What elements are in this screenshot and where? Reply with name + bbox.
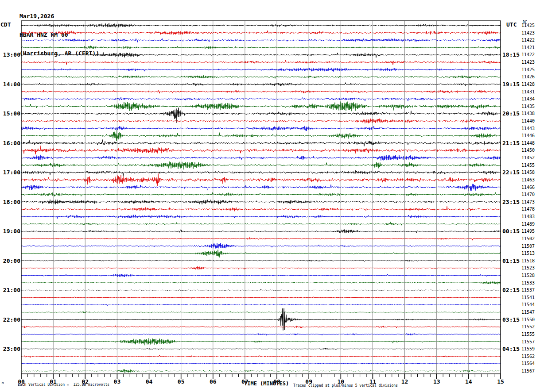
seismic-trace-row-18 (21, 146, 501, 154)
seismic-trace-row-44 (21, 338, 501, 346)
seismic-trace-row-1 (21, 23, 501, 27)
seismic-trace-row-39 (21, 304, 501, 306)
dc-offset-value: 11564 (521, 361, 535, 366)
utc-time-label: 03:15 (502, 316, 520, 323)
dc-offset-value: 11431 (521, 89, 535, 94)
seismic-trace-row-42 (21, 326, 501, 328)
seismic-trace-row-32 (21, 250, 501, 257)
seismic-trace-row-17 (21, 139, 501, 146)
dc-offset-value: 11425 (521, 23, 535, 28)
dc-offset-value: 11483 (521, 214, 535, 219)
seismic-trace-row-25 (21, 200, 501, 204)
dc-offset-value: 11541 (521, 295, 535, 300)
seismic-trace-row-35 (21, 274, 501, 277)
seismic-trace-row-34 (21, 266, 501, 269)
cdt-time-label: 16:00 (3, 140, 20, 146)
seismic-trace-row-33 (21, 260, 501, 261)
dc-offset-value: 11458 (521, 170, 535, 175)
x-tick-label: 15 (497, 378, 504, 385)
dc-offset-value: 11463 (521, 177, 535, 182)
cdt-time-label: 13:00 (3, 51, 20, 58)
dc-offset-value: 11502 (521, 236, 535, 241)
seismic-trace-row-38 (21, 297, 501, 299)
seismic-trace-row-14 (21, 119, 501, 123)
utc-time-label: 04:15 (502, 346, 520, 352)
seismic-trace-row-30 (21, 237, 501, 240)
dc-offset-value: 11438 (521, 111, 535, 116)
cdt-time-label: 14:00 (3, 81, 20, 88)
utc-time-label: 22:15 (502, 169, 520, 176)
seismic-trace-row-46 (21, 355, 501, 358)
dc-offset-value: 11557 (521, 339, 535, 344)
seismic-trace-row-19 (21, 155, 501, 161)
utc-time-label: 02:15 (502, 287, 520, 293)
seismic-trace-row-36 (21, 281, 501, 284)
seismic-trace-row-11 (21, 97, 501, 101)
seismic-trace-row-9 (21, 83, 501, 86)
seismic-trace-row-26 (21, 206, 501, 211)
utc-time-label: 20:15 (502, 110, 520, 117)
utc-time-label: 19:15 (502, 81, 520, 88)
dc-offset-value: 11421 (521, 45, 535, 50)
utc-time-label: 18:15 (502, 51, 520, 58)
seismic-trace-row-23 (21, 184, 501, 192)
x-tick-label: 12 (401, 378, 408, 385)
seismic-trace-row-3 (21, 38, 501, 42)
x-tick-label: 04 (146, 378, 153, 385)
dc-offset-value: 11423 (521, 60, 535, 65)
seismic-trace-row-31 (21, 243, 501, 249)
time-axis-title: TIME (MINUTES) (244, 380, 289, 387)
dc-offset-value: 11470 (521, 192, 535, 197)
dc-offset-value: 11507 (521, 244, 535, 249)
dc-offset-value: 11448 (521, 141, 535, 146)
seismic-trace-row-48 (21, 369, 501, 373)
seismic-trace-row-24 (21, 192, 501, 196)
dc-offset-value: 11552 (521, 324, 535, 329)
dc-offset-value: 11518 (521, 258, 535, 263)
dc-offset-value: 11452 (521, 155, 535, 160)
helicorder-page: Mar19,2026 HBAR HNZ NM 00 (Harrisburg, A… (0, 0, 536, 392)
dc-offset-value: 11528 (521, 273, 535, 278)
cdt-time-label: 15:00 (3, 110, 20, 117)
utc-time-label: 21:15 (502, 140, 520, 146)
dc-offset-value: 11423 (521, 31, 535, 35)
utc-time-label: 01:15 (502, 257, 520, 264)
dc-offset-value: 11523 (521, 265, 535, 270)
watermark-glyph: M (2, 381, 4, 385)
scale-note: Each Vertical Division = 125.00 microvol… (18, 383, 109, 387)
cdt-time-label: 22:00 (3, 316, 20, 323)
seismic-trace-row-20 (21, 161, 501, 169)
axis-layer (21, 374, 501, 379)
cdt-time-label: 23:00 (3, 346, 20, 352)
seismic-trace-row-37 (21, 289, 501, 291)
utc-time-label: 00:15 (502, 228, 520, 234)
dc-offset-value: 11428 (521, 82, 535, 87)
helicorder-plot: 00010203040506070809101112131415DC114251… (0, 0, 536, 392)
dc-offset-value: 11435 (521, 104, 535, 109)
dc-offset-value: 11513 (521, 251, 535, 256)
trace-layer (21, 23, 501, 373)
grid-layer (21, 21, 501, 374)
dc-offset-value: 11559 (521, 346, 535, 351)
dc-offset-value: 11478 (521, 207, 535, 211)
x-tick-label: 03 (114, 378, 121, 385)
utc-time-label: 23:15 (502, 199, 520, 205)
dc-offset-value: 11434 (521, 96, 535, 101)
seismic-trace-row-5 (21, 52, 501, 58)
dc-offset-value: 11537 (521, 288, 535, 292)
dc-offset-value: 11555 (521, 332, 535, 337)
dc-offset-value: 11443 (521, 126, 535, 131)
seismic-trace-row-6 (21, 60, 501, 65)
seismic-trace-row-29 (21, 230, 501, 233)
x-tick-label: 13 (433, 378, 440, 385)
dc-offset-value: 11495 (521, 229, 535, 234)
dc-offset-value: 11544 (521, 302, 535, 307)
cdt-time-label: 18:00 (3, 199, 20, 205)
seismic-trace-row-8 (21, 75, 501, 78)
dc-offset-value: 11425 (521, 67, 535, 72)
cdt-time-label: 21:00 (3, 287, 20, 293)
seismic-trace-row-15 (21, 126, 501, 131)
clip-note: Traces clipped at plus/minus 5 vertical … (293, 384, 398, 388)
dc-offset-value: 11466 (521, 185, 535, 190)
dc-offset-value: 11547 (521, 310, 535, 315)
